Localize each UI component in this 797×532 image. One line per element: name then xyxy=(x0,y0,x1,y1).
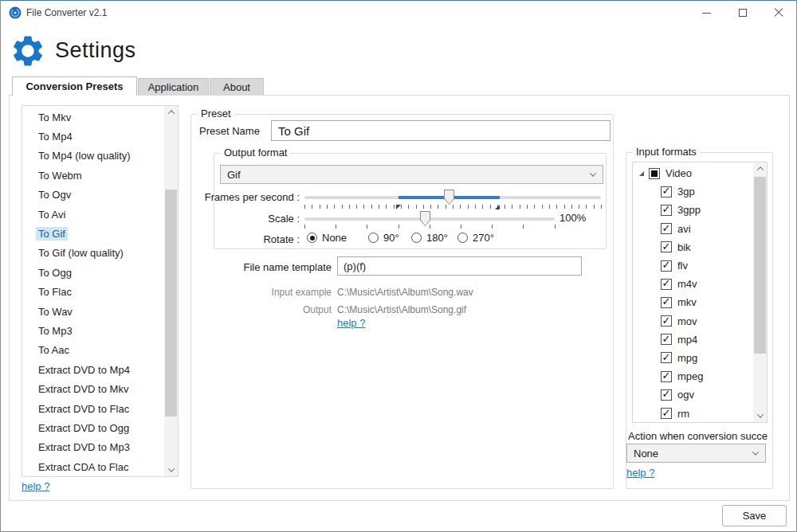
list-item[interactable]: Extract CDA to Flac xyxy=(22,457,164,476)
checkbox-checked-icon[interactable] xyxy=(661,408,672,419)
format-item[interactable]: 3gp xyxy=(633,182,753,201)
list-item[interactable]: Extract DVD to Mp3 xyxy=(22,438,164,457)
preset-listbox: To Mkv To Mp4 To Mp4 (low quality) To We… xyxy=(22,105,179,477)
expander-icon[interactable] xyxy=(639,171,644,176)
list-item[interactable]: To Mp3 xyxy=(22,321,164,340)
format-item[interactable]: m4v xyxy=(633,275,753,293)
list-item[interactable]: To Mp4 (low quality) xyxy=(22,147,164,166)
list-item[interactable]: To Gif (low quality) xyxy=(22,244,164,263)
list-item[interactable]: To Ogg xyxy=(22,263,164,282)
scroll-up-icon[interactable] xyxy=(164,106,178,119)
rotate-option-90[interactable]: 90° xyxy=(368,232,399,244)
list-item[interactable]: Extract DVD to Flac xyxy=(22,399,164,418)
format-item[interactable]: flv xyxy=(633,256,753,275)
scrollbar-thumb[interactable] xyxy=(165,190,177,417)
format-label: mov xyxy=(677,315,697,327)
list-item[interactable]: To Wav xyxy=(22,302,164,321)
checkbox-checked-icon[interactable] xyxy=(661,241,672,252)
list-item[interactable]: Extract DVD to Mp4 xyxy=(22,360,164,379)
rotate-option-270[interactable]: 270° xyxy=(457,232,494,244)
scrollbar-thumb[interactable] xyxy=(754,177,766,354)
list-item[interactable]: Extract DVD to Mkv xyxy=(22,379,164,398)
radio-icon xyxy=(368,233,379,243)
list-item[interactable]: To Aac xyxy=(22,341,164,360)
list-item[interactable]: To Webm xyxy=(22,166,164,185)
checkbox-checked-icon[interactable] xyxy=(661,260,672,272)
tab-application[interactable]: Application xyxy=(138,78,209,95)
minimize-icon xyxy=(702,13,711,14)
checkbox-checked-icon[interactable] xyxy=(661,371,672,382)
formats-tree-scrollbar[interactable] xyxy=(753,162,767,422)
format-item[interactable]: 3gpp xyxy=(633,201,753,219)
checkbox-checked-icon[interactable] xyxy=(661,315,672,327)
format-label: avi xyxy=(677,223,691,235)
preset-groupbox: Preset Preset Name Output format Gif Fra… xyxy=(190,114,614,489)
format-item[interactable]: mkv xyxy=(633,293,753,311)
list-item-label: Extract DVD to Mkv xyxy=(36,382,131,396)
format-item[interactable]: ogv xyxy=(633,385,753,404)
preset-name-input[interactable] xyxy=(271,120,611,141)
format-item[interactable]: mpeg xyxy=(633,367,753,385)
input-formats-group-label: Input formats xyxy=(633,146,700,158)
scroll-down-icon[interactable] xyxy=(164,464,178,476)
list-item-selected[interactable]: To Gif xyxy=(22,224,164,243)
presets-help-link[interactable]: help ? xyxy=(22,480,49,492)
scale-slider-ticks xyxy=(304,225,556,229)
rotate-option-none[interactable]: None xyxy=(307,232,347,244)
format-item[interactable]: mov xyxy=(633,312,753,331)
list-item[interactable]: Extract DVD to Ogg xyxy=(22,418,164,437)
list-item[interactable]: To Avi xyxy=(22,205,164,224)
list-item[interactable]: To Ogv xyxy=(22,186,164,205)
list-item-label: To Mp4 (low quality) xyxy=(36,149,133,162)
fps-slider-thumb[interactable] xyxy=(444,190,454,205)
format-item[interactable]: rm xyxy=(633,404,753,422)
format-label: mp4 xyxy=(677,334,697,346)
list-item-label: To Mkv xyxy=(36,111,73,124)
close-button[interactable] xyxy=(760,1,796,25)
format-item[interactable]: mpg xyxy=(633,349,753,367)
format-item[interactable]: bik xyxy=(633,238,753,256)
output-format-groupbox: Output format Gif Frames per second : Sc… xyxy=(214,153,607,249)
template-help-link[interactable]: help ? xyxy=(337,317,365,329)
checkbox-indeterminate-icon[interactable] xyxy=(649,168,660,179)
format-item[interactable]: mp4 xyxy=(633,331,753,349)
maximize-button[interactable] xyxy=(724,1,760,25)
checkbox-checked-icon[interactable] xyxy=(661,205,672,216)
checkbox-checked-icon[interactable] xyxy=(661,389,672,401)
preset-list-scrollbar[interactable] xyxy=(164,106,178,476)
output-format-select[interactable]: Gif xyxy=(220,165,603,184)
minimize-button[interactable] xyxy=(689,1,724,25)
scroll-up-icon[interactable] xyxy=(753,162,767,175)
scroll-down-icon[interactable] xyxy=(753,409,767,422)
output-example-label: Output xyxy=(191,304,332,315)
tab-conversion-presets[interactable]: Conversion Presets xyxy=(12,76,137,96)
checkbox-checked-icon[interactable] xyxy=(661,186,672,198)
checkbox-checked-icon[interactable] xyxy=(661,334,672,345)
save-button[interactable]: Save xyxy=(722,505,787,526)
rotate-option-180[interactable]: 180° xyxy=(411,232,448,244)
checkbox-checked-icon[interactable] xyxy=(661,352,672,363)
list-item-label: Extract DVD to Mp4 xyxy=(36,363,132,377)
tab-about[interactable]: About xyxy=(210,78,264,95)
close-icon xyxy=(774,8,783,18)
conversion-action-select[interactable]: None xyxy=(626,444,766,463)
tree-node-video[interactable]: Video xyxy=(633,164,753,182)
tree-node-label: Video xyxy=(665,167,692,179)
output-example-value: C:\Music\Artist\Album\Song.gif xyxy=(337,304,466,315)
rotate-option-label: None xyxy=(322,232,347,244)
format-label: m4v xyxy=(677,278,697,290)
format-item[interactable]: avi xyxy=(633,220,753,238)
format-label: ogv xyxy=(677,389,694,401)
checkbox-checked-icon[interactable] xyxy=(661,297,672,308)
checkbox-checked-icon[interactable] xyxy=(661,223,672,234)
list-item[interactable]: To Mp4 xyxy=(22,127,164,146)
preset-group-label: Preset xyxy=(198,108,234,119)
list-item-label: To Wav xyxy=(36,305,75,319)
formats-help-link[interactable]: help ? xyxy=(626,467,654,479)
list-item[interactable]: To Flac xyxy=(22,283,164,302)
checkbox-checked-icon[interactable] xyxy=(661,279,672,290)
list-item-label: Extract DVD to Mp3 xyxy=(36,440,132,454)
list-item[interactable]: To Mkv xyxy=(22,108,164,127)
fps-selection-start-marker xyxy=(396,205,401,209)
file-template-input[interactable] xyxy=(337,256,582,276)
